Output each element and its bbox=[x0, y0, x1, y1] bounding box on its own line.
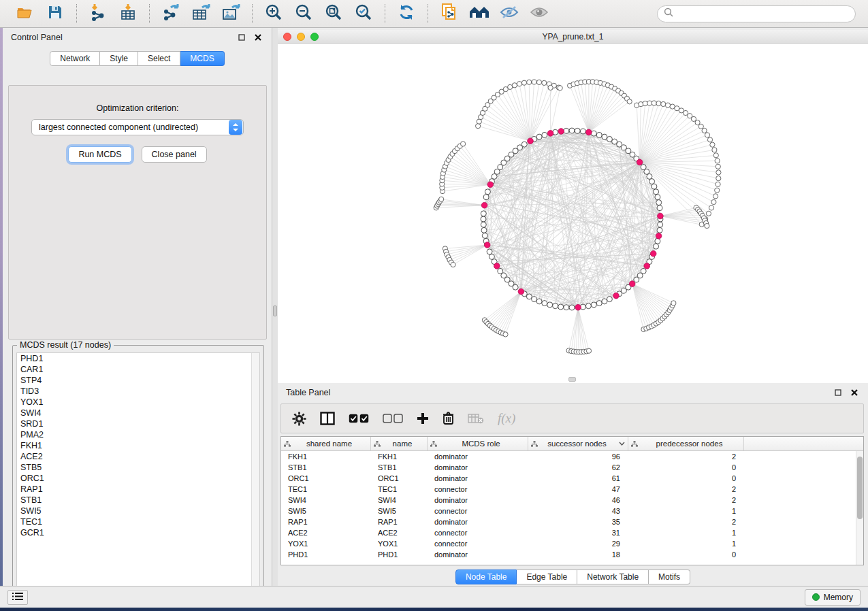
table-row[interactable]: ORC1ORC1dominator610 bbox=[281, 473, 863, 484]
table-cell: 0 bbox=[628, 474, 744, 482]
search-input[interactable] bbox=[677, 9, 849, 18]
mcds-result-item[interactable]: PHD1 bbox=[17, 353, 259, 364]
table-row[interactable]: FKH1FKH1dominator962 bbox=[281, 451, 863, 462]
function-builder-button-disabled: f(x) bbox=[498, 411, 515, 426]
zoom-selected-button[interactable] bbox=[351, 3, 376, 24]
mcds-result-item[interactable]: STP4 bbox=[17, 375, 259, 386]
save-session-button[interactable] bbox=[42, 3, 68, 24]
tab-edge-table[interactable]: Edge Table bbox=[517, 569, 577, 584]
optimization-select[interactable]: largest connected component (undirected) bbox=[31, 119, 244, 135]
network-search-field[interactable] bbox=[657, 5, 856, 22]
table-settings-button[interactable] bbox=[292, 412, 306, 426]
toolbar-separator bbox=[252, 4, 253, 23]
network-window-titlebar[interactable]: YPA_prune.txt_1 bbox=[278, 30, 868, 44]
table-cell: 46 bbox=[528, 496, 628, 504]
show-all-button[interactable] bbox=[526, 3, 552, 24]
table-row[interactable]: SWI4SWI4dominator462 bbox=[281, 495, 863, 506]
mcds-result-item[interactable]: TID3 bbox=[17, 386, 259, 397]
table-cell: connector bbox=[428, 540, 528, 548]
zoom-out-button[interactable] bbox=[291, 3, 317, 24]
show-column-button[interactable] bbox=[320, 412, 335, 425]
tab-network[interactable]: Network bbox=[50, 51, 100, 66]
mcds-list-scrollbar[interactable] bbox=[251, 353, 259, 593]
column-header-shared-name[interactable]: shared name bbox=[281, 437, 371, 450]
table-row[interactable]: STB1STB1dominator620 bbox=[281, 462, 863, 473]
hide-selected-button[interactable] bbox=[496, 3, 522, 24]
column-header-name[interactable]: name bbox=[371, 437, 428, 450]
float-panel-icon[interactable] bbox=[236, 32, 247, 43]
refresh-arrows-icon bbox=[398, 3, 415, 24]
select-all-columns-button[interactable] bbox=[349, 414, 369, 423]
mcds-result-item[interactable]: STB5 bbox=[17, 462, 259, 473]
first-neighbors-button[interactable] bbox=[466, 3, 492, 24]
tab-mcds[interactable]: MCDS bbox=[180, 51, 224, 66]
mcds-result-item[interactable]: PMA2 bbox=[17, 429, 259, 440]
unselect-all-columns-button[interactable] bbox=[383, 414, 403, 423]
table-row[interactable]: SWI5SWI5connector431 bbox=[281, 506, 863, 516]
table-row[interactable]: RAP1RAP1dominator352 bbox=[281, 516, 863, 527]
mcds-result-item[interactable]: ORC1 bbox=[17, 473, 259, 484]
zoom-out-icon bbox=[295, 3, 312, 24]
table-cell: ACE2 bbox=[281, 529, 371, 537]
tab-motifs[interactable]: Motifs bbox=[649, 569, 690, 584]
export-image-button[interactable] bbox=[218, 3, 244, 24]
mcds-result-item[interactable]: SWI4 bbox=[17, 408, 259, 418]
mcds-result-item[interactable]: RAP1 bbox=[17, 484, 259, 495]
tab-style[interactable]: Style bbox=[100, 51, 138, 66]
table-row[interactable]: PHD1PHD1dominator180 bbox=[281, 549, 863, 560]
table-cell: dominator bbox=[428, 463, 528, 472]
splitter-handle[interactable] bbox=[273, 306, 277, 316]
table-scrollbar-thumb[interactable] bbox=[857, 457, 863, 519]
table-row[interactable]: YOX1YOX1connector291 bbox=[281, 538, 863, 549]
tab-node-table[interactable]: Node Table bbox=[455, 569, 517, 584]
import-network-button[interactable] bbox=[85, 3, 111, 24]
tab-network-table[interactable]: Network Table bbox=[577, 569, 649, 584]
apply-layout-button[interactable] bbox=[393, 3, 419, 24]
network-canvas[interactable] bbox=[278, 44, 868, 382]
new-network-from-selection-button[interactable] bbox=[436, 3, 462, 24]
delete-columns-button[interactable] bbox=[443, 412, 454, 425]
table-cell: 29 bbox=[528, 540, 628, 548]
mcds-result-item[interactable]: FKH1 bbox=[17, 440, 259, 451]
table-cell: RAP1 bbox=[371, 518, 428, 526]
float-table-panel-icon[interactable] bbox=[833, 387, 843, 398]
panel-splitter[interactable] bbox=[272, 28, 278, 586]
table-row[interactable]: ACE2ACE2connector311 bbox=[281, 527, 863, 538]
open-file-button[interactable] bbox=[12, 3, 38, 24]
mcds-result-list[interactable]: PHD1CAR1STP4TID3YOX1SWI4SRD1PMA2FKH1ACE2… bbox=[16, 352, 260, 594]
table-cell: STB1 bbox=[371, 463, 428, 472]
mcds-result-item[interactable]: STB1 bbox=[17, 495, 259, 506]
network-graph[interactable] bbox=[278, 44, 868, 382]
mcds-result-item[interactable]: GCR1 bbox=[17, 527, 259, 538]
close-table-panel-icon[interactable] bbox=[849, 387, 860, 398]
table-cell: dominator bbox=[428, 452, 528, 461]
tab-select[interactable]: Select bbox=[138, 51, 180, 66]
mcds-result-item[interactable]: TEC1 bbox=[17, 516, 259, 527]
close-panel-icon[interactable] bbox=[253, 32, 263, 43]
export-table-button[interactable] bbox=[188, 3, 214, 24]
column-header-predecessor-nodes[interactable]: predecessor nodes bbox=[628, 437, 744, 450]
table-cell: connector bbox=[428, 485, 528, 493]
table-cell: 62 bbox=[528, 463, 628, 472]
toolbar-separator bbox=[428, 4, 428, 23]
zoom-fit-button[interactable] bbox=[321, 3, 347, 24]
table-row[interactable]: TEC1TEC1connector472 bbox=[281, 484, 863, 495]
run-mcds-button[interactable]: Run MCDS bbox=[68, 146, 131, 163]
import-table-button[interactable] bbox=[115, 3, 141, 24]
task-history-button[interactable] bbox=[7, 590, 28, 605]
close-panel-button[interactable]: Close panel bbox=[142, 146, 207, 163]
memory-button[interactable]: Memory bbox=[805, 589, 861, 606]
create-column-button[interactable] bbox=[417, 412, 429, 425]
column-header-successor-nodes[interactable]: successor nodes bbox=[528, 437, 628, 450]
mcds-result-item[interactable]: CAR1 bbox=[17, 364, 259, 375]
mcds-result-item[interactable]: SRD1 bbox=[17, 418, 259, 429]
canvas-splitter-handle[interactable] bbox=[568, 377, 576, 382]
zoom-in-button[interactable] bbox=[261, 3, 287, 24]
mcds-result-item[interactable]: YOX1 bbox=[17, 397, 259, 408]
column-header-MCDS-role[interactable]: MCDS role bbox=[428, 437, 528, 450]
mcds-result-item[interactable]: SWI5 bbox=[17, 506, 259, 516]
mcds-result-item[interactable]: ACE2 bbox=[17, 451, 259, 462]
mcds-result-title: MCDS result (17 nodes) bbox=[17, 340, 114, 350]
table-scrollbar[interactable] bbox=[856, 451, 863, 565]
export-network-button[interactable] bbox=[158, 3, 184, 24]
